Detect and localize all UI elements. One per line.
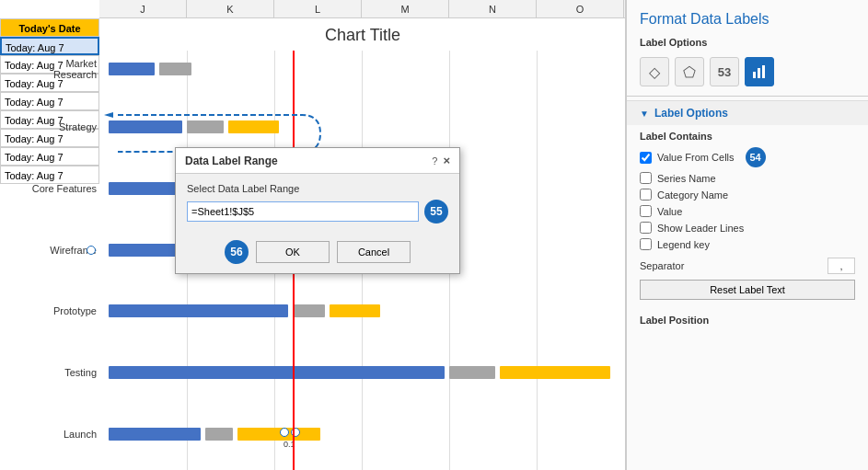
col-o: O: [537, 0, 624, 17]
chart-icon: [752, 64, 767, 79]
bar-te-blue: [109, 366, 445, 379]
bar-te-yellow: [500, 366, 610, 379]
checkbox-category-name-row: Category Name: [640, 189, 855, 201]
date-cell-3: Today: Aug 7: [0, 92, 99, 110]
value-from-cells-label: Value From Cells: [657, 152, 735, 163]
col-l: L: [274, 0, 362, 17]
gantt-label-strategy: Strategy: [0, 121, 97, 132]
checkbox-show-leader-lines[interactable]: [640, 222, 652, 234]
svg-marker-0: [104, 112, 113, 118]
diamond-icon-btn[interactable]: ◇: [640, 57, 669, 86]
separator-row: Separator ,: [640, 258, 855, 274]
dialog-input-label: Select Data Label Range: [187, 183, 448, 194]
wireframe-marker: [87, 246, 96, 255]
value-label: Value: [657, 206, 682, 217]
column-headers: J K L M N O: [99, 0, 625, 18]
bar-mr-blue: [109, 63, 155, 75]
dialog-input-row: 55: [187, 200, 448, 224]
gantt-label-testing: Testing: [0, 367, 97, 378]
date-cell-6: Today: Aug 7: [0, 147, 99, 166]
checkbox-legend-key[interactable]: [640, 238, 652, 250]
chart-area: J K L M N O Today's Date Today: Aug 7 To…: [0, 0, 626, 470]
category-name-label: Category Name: [657, 189, 728, 201]
col-j: J: [99, 0, 187, 17]
legend-key-label: Legend key: [657, 239, 710, 250]
chart-icon-btn[interactable]: [745, 57, 774, 86]
dialog-title: Data Label Range: [185, 155, 278, 167]
label-contains-label: Label Contains: [640, 131, 855, 142]
svg-rect-3: [762, 65, 765, 78]
panel-label-options-heading: Label Options: [627, 33, 868, 52]
date-cell-7: Today: Aug 7: [0, 166, 99, 184]
series-name-label: Series Name: [657, 173, 716, 184]
date-cell-0[interactable]: Today: Aug 7: [0, 37, 99, 55]
panel-title: Format Data Labels: [627, 0, 868, 33]
label-options-section-header[interactable]: ▼ Label Options: [627, 100, 868, 125]
bar-st-gray: [187, 120, 224, 133]
data-label-range-dialog[interactable]: Data Label Range ? × Select Data Label R…: [175, 147, 460, 274]
col-m: M: [362, 0, 449, 17]
badge-56: 56: [225, 240, 249, 264]
separator-label: Separator: [640, 260, 684, 271]
badge-53-btn[interactable]: 53: [710, 57, 739, 86]
checkbox-value-from-cells-row: Value From Cells 54: [640, 147, 855, 167]
dialog-body: Select Data Label Range 55: [176, 174, 459, 233]
section-arrow: ▼: [640, 109, 649, 119]
bar-la-blue: [109, 428, 201, 441]
checkbox-series-name-row: Series Name: [640, 172, 855, 184]
bar-st-blue: [109, 120, 182, 133]
dialog-help-button[interactable]: ?: [432, 155, 437, 166]
dialog-titlebar: Data Label Range ? ×: [176, 148, 459, 174]
format-data-labels-panel: Format Data Labels Label Options ◇ ⬠ 53 …: [626, 0, 868, 470]
checkbox-show-leader-lines-row: Show Leader Lines: [640, 222, 855, 234]
panel-icons-row: ◇ ⬠ 53: [627, 52, 868, 92]
bar-la-yellow: [237, 428, 320, 441]
vline-5: [537, 51, 538, 470]
gantt-label-launch: Launch: [0, 429, 97, 440]
bar-pr-yellow: [330, 304, 380, 317]
bar-te-gray: [449, 366, 495, 379]
show-leader-lines-label: Show Leader Lines: [657, 223, 744, 234]
badge-54: 54: [746, 147, 766, 167]
checkbox-category-name[interactable]: [640, 189, 652, 201]
label-position-heading: Label Position: [627, 311, 868, 326]
col-k: K: [187, 0, 274, 17]
gantt-label-market-research: MarketResearch: [0, 58, 97, 80]
bar-pr-gray: [293, 304, 325, 317]
checkbox-value[interactable]: [640, 205, 652, 217]
date-column: Today's Date Today: Aug 7 Today: Aug 7 T…: [0, 18, 99, 184]
checkbox-legend-key-row: Legend key: [640, 238, 855, 250]
separator-value[interactable]: ,: [827, 258, 855, 274]
date-header: Today's Date: [0, 18, 99, 37]
bar-la-gray: [205, 428, 233, 441]
gantt-label-wireframe: Wireframe: [0, 245, 97, 256]
checkbox-value-row: Value: [640, 205, 855, 217]
panel-divider: [627, 96, 868, 97]
bar-pr-blue: [109, 304, 288, 317]
gantt-label-prototype: Prototype: [0, 305, 97, 316]
dialog-controls: ? ×: [432, 154, 450, 167]
bar-st-yellow: [228, 120, 279, 133]
dialog-close-button[interactable]: ×: [443, 154, 450, 167]
col-n: N: [449, 0, 537, 17]
gantt-label-core-features: Core Features: [0, 183, 97, 194]
bar-mr-gray: [159, 63, 191, 75]
panel-content: Label Contains Value From Cells 54 Serie…: [627, 125, 868, 311]
svg-rect-1: [753, 72, 756, 78]
section-title: Label Options: [654, 107, 728, 120]
launch-marker-1: [280, 428, 289, 437]
svg-rect-2: [758, 68, 760, 78]
checkbox-value-from-cells[interactable]: [640, 152, 652, 164]
dialog-footer: 56 OK Cancel: [176, 233, 459, 273]
dialog-ok-button[interactable]: OK: [256, 241, 330, 263]
dialog-cancel-button[interactable]: Cancel: [337, 241, 411, 263]
checkbox-series-name[interactable]: [640, 172, 652, 184]
badge-55: 55: [424, 200, 448, 224]
reset-label-text-button[interactable]: Reset Label Text: [640, 280, 855, 300]
data-label-range-input[interactable]: [187, 201, 419, 222]
chart-title: Chart Title: [99, 18, 626, 49]
pentagon-icon-btn[interactable]: ⬠: [675, 57, 704, 86]
